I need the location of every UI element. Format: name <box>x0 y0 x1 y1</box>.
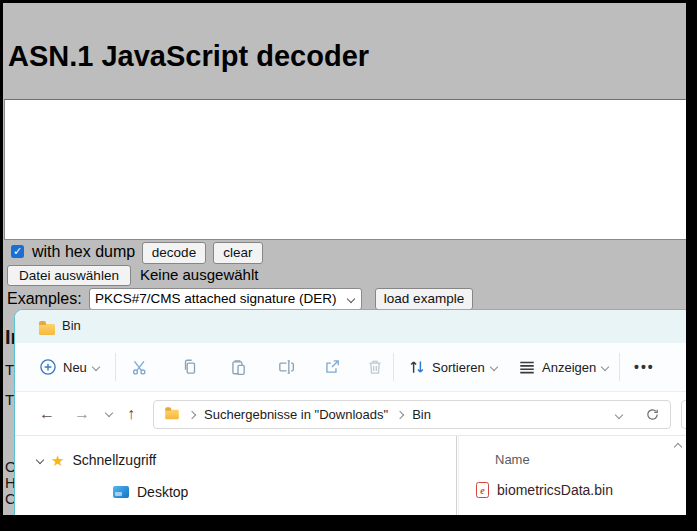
page-title: ASN.1 JavaScript decoder <box>8 40 369 73</box>
breadcrumb-search-results[interactable]: Suchergebnisse in "Downloads" <box>204 407 388 422</box>
breadcrumb-separator-icon <box>188 410 196 418</box>
folder-icon <box>39 324 55 335</box>
file-explorer-window: Bin Neu <box>14 309 686 515</box>
new-button[interactable]: Neu <box>39 343 99 391</box>
examples-selected-option: PKCS#7/CMS attached signature (DER) <box>95 291 337 306</box>
paste-icon[interactable] <box>229 358 247 376</box>
toolbar-divider <box>115 353 116 381</box>
scroll-up-icon[interactable] <box>674 443 682 451</box>
toolbar-divider <box>619 353 620 381</box>
pane-splitter[interactable] <box>456 436 457 515</box>
file-name: biometricsData.bin <box>497 482 613 498</box>
chevron-down-icon <box>490 363 498 371</box>
file-row[interactable]: e biometricsData.bin <box>470 478 613 502</box>
share-icon[interactable] <box>323 358 341 376</box>
rename-icon[interactable] <box>277 358 295 376</box>
breadcrumb-bin[interactable]: Bin <box>412 407 431 422</box>
chevron-down-icon <box>92 363 100 371</box>
file-picker-row: Datei auswählen Keine ausgewählt <box>3 265 686 287</box>
examples-select[interactable]: PKCS#7/CMS attached signature (DER) <box>89 288 362 310</box>
up-icon[interactable]: ↑ <box>127 404 135 424</box>
clear-button[interactable]: clear <box>213 242 263 264</box>
view-button[interactable]: Anzeigen <box>518 343 608 391</box>
asn1-input-textarea[interactable] <box>4 99 686 240</box>
explorer-address-row: ← → ↑ Suchergebnisse in "Downloads" Bin <box>15 391 686 436</box>
explorer-tab-bar: Bin <box>15 310 686 344</box>
chevron-down-icon <box>601 363 609 371</box>
cut-icon[interactable] <box>131 358 149 376</box>
forward-icon[interactable]: → <box>74 404 90 424</box>
expander-chevron-icon[interactable] <box>36 456 44 464</box>
decode-button[interactable]: decode <box>142 242 206 264</box>
history-chevron-icon[interactable] <box>105 409 113 417</box>
address-dropdown-icon[interactable] <box>615 410 623 418</box>
explorer-content: ★ Schnellzugriff Desktop Name e biometri… <box>15 435 686 515</box>
plus-circle-icon <box>39 358 57 376</box>
breadcrumb-separator-icon <box>396 410 404 418</box>
browser-viewport: ASN.1 JavaScript decoder ✓ with hex dump… <box>3 3 686 515</box>
explorer-tab-bin[interactable]: Bin <box>62 318 81 333</box>
new-button-label: Neu <box>63 360 87 375</box>
copy-icon[interactable] <box>181 358 199 376</box>
hex-dump-row: ✓ with hex dump decode clear <box>3 242 686 266</box>
file-chosen-status: Keine ausgewählt <box>140 266 258 283</box>
delete-icon[interactable] <box>366 358 384 376</box>
sidebar-item-desktop[interactable]: Desktop <box>113 484 188 500</box>
refresh-icon[interactable] <box>645 407 660 422</box>
sort-button-label: Sortieren <box>432 360 485 375</box>
search-box[interactable] <box>681 400 686 429</box>
back-icon[interactable]: ← <box>39 404 55 424</box>
load-example-button[interactable]: load example <box>375 288 473 310</box>
examples-label: Examples: <box>7 290 82 308</box>
sidebar-item-quick-access[interactable]: ★ Schnellzugriff <box>37 452 156 468</box>
more-options-button[interactable]: ••• <box>634 359 655 375</box>
view-button-label: Anzeigen <box>542 360 596 375</box>
chevron-down-icon <box>347 295 355 303</box>
choose-file-button[interactable]: Datei auswählen <box>7 265 131 286</box>
sort-button[interactable]: Sortieren <box>408 343 497 391</box>
desktop-icon <box>113 486 129 498</box>
view-lines-icon <box>518 358 536 376</box>
sort-arrows-icon <box>408 358 426 376</box>
quick-access-label: Schnellzugriff <box>72 452 156 468</box>
hex-dump-checkbox[interactable]: ✓ <box>11 245 24 258</box>
column-header-name[interactable]: Name <box>495 452 530 467</box>
hex-dump-label: with hex dump <box>32 243 135 261</box>
bin-file-icon: e <box>476 482 489 498</box>
desktop-label: Desktop <box>137 484 188 500</box>
explorer-toolbar: Neu <box>15 343 686 391</box>
star-icon: ★ <box>51 453 64 468</box>
toolbar-divider <box>393 353 394 381</box>
folder-icon <box>165 410 179 419</box>
address-bar[interactable]: Suchergebnisse in "Downloads" Bin <box>153 400 671 429</box>
